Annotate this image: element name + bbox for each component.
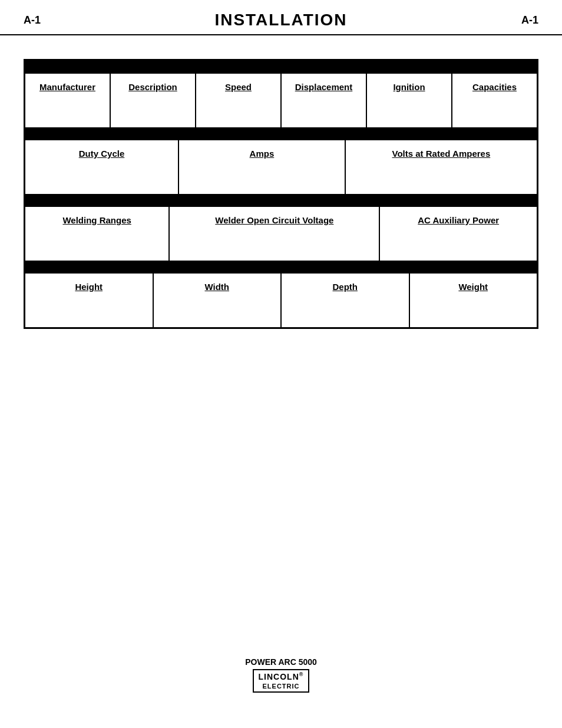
- section2-output-row: Duty Cycle Amps Volts at Rated Amperes: [25, 140, 537, 194]
- col-speed: Speed: [196, 74, 282, 127]
- footer-logo-lincoln: LINCOLN®: [259, 671, 304, 682]
- main-table: Manufacturer Description Speed Displacem…: [24, 59, 538, 329]
- col-weight: Weight: [410, 274, 537, 327]
- col-welding-ranges: Welding Ranges: [25, 207, 170, 261]
- col-depth: Depth: [282, 274, 410, 327]
- section1-header-bar: [25, 61, 537, 74]
- section2-header-bar: [25, 127, 537, 140]
- page-header: A-1 INSTALLATION A-1: [0, 0, 562, 35]
- col-volts-rated: Volts at Rated Amperes: [346, 140, 537, 194]
- page-label-left: A-1: [24, 14, 41, 27]
- col-width: Width: [154, 274, 282, 327]
- col-description: Description: [111, 74, 196, 127]
- col-ac-auxiliary-power: AC Auxiliary Power: [380, 207, 537, 261]
- footer-product-name: POWER ARC 5000: [0, 657, 562, 667]
- col-height: Height: [25, 274, 154, 327]
- footer-logo-electric: ELECTRIC: [262, 682, 299, 690]
- footer-logo-dot: ®: [299, 671, 304, 677]
- page-title: INSTALLATION: [214, 11, 347, 29]
- section3-header-bar: [25, 194, 537, 207]
- col-ignition: Ignition: [367, 74, 452, 127]
- section3-ranges-row: Welding Ranges Welder Open Circuit Volta…: [25, 207, 537, 261]
- col-open-circuit-voltage: Welder Open Circuit Voltage: [170, 207, 380, 261]
- col-amps: Amps: [179, 140, 346, 194]
- col-manufacturer: Manufacturer: [25, 74, 111, 127]
- page-label-right: A-1: [521, 14, 538, 27]
- page-footer: POWER ARC 5000 LINCOLN® ELECTRIC: [0, 657, 562, 693]
- footer-logo: LINCOLN® ELECTRIC: [253, 669, 310, 693]
- col-displacement: Displacement: [282, 74, 367, 127]
- section4-header-bar: [25, 261, 537, 274]
- col-duty-cycle: Duty Cycle: [25, 140, 179, 194]
- col-capacities: Capacities: [452, 74, 537, 127]
- section1-engine-row: Manufacturer Description Speed Displacem…: [25, 74, 537, 127]
- section4-dimensions-row: Height Width Depth Weight: [25, 274, 537, 327]
